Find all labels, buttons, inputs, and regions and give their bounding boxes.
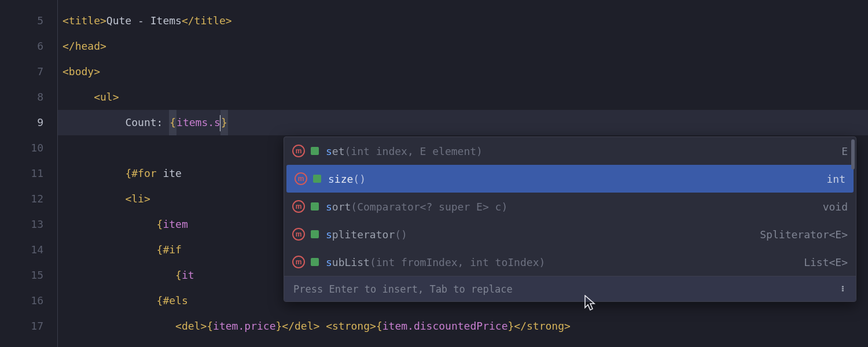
- lock-icon: [313, 175, 321, 183]
- completion-item[interactable]: m set(int index, E element) E: [284, 137, 856, 165]
- completion-item[interactable]: m spliterator() Spliterator<E>: [284, 220, 856, 248]
- line-number: 9: [0, 110, 43, 135]
- line-number: 14: [0, 237, 43, 263]
- line-number: 15: [0, 263, 43, 288]
- line-number: 5: [0, 8, 43, 34]
- line-number: 6: [0, 34, 43, 59]
- code-line[interactable]: <ul>: [58, 84, 868, 110]
- line-number: 7: [0, 59, 43, 84]
- scrollbar-thumb[interactable]: [851, 139, 855, 169]
- method-icon: m: [295, 172, 307, 185]
- line-number: 17: [0, 313, 43, 339]
- completion-return-type: List<E>: [804, 256, 848, 268]
- method-icon: m: [292, 256, 305, 268]
- completion-item[interactable]: m subList(int fromIndex, int toIndex) Li…: [284, 248, 856, 276]
- code-line[interactable]: <del>{item.price}</del> <strong>{item.di…: [58, 313, 868, 339]
- completion-footer: Press Enter to insert, Tab to replace ⋯: [284, 276, 856, 301]
- method-icon: m: [292, 145, 305, 157]
- line-number: 8: [0, 84, 43, 110]
- line-number: 16: [0, 288, 43, 313]
- completion-return-type: int: [826, 173, 845, 185]
- completion-hint: Press Enter to insert, Tab to replace: [293, 283, 513, 295]
- completion-return-type: Spliterator<E>: [760, 228, 848, 241]
- more-icon[interactable]: ⋯: [837, 285, 849, 292]
- completion-item[interactable]: m sort(Comparator<? super E> c) void: [284, 193, 856, 220]
- line-number: 11: [0, 161, 43, 186]
- code-editor[interactable]: 5 6 7 8 9 10 11 12 13 14 15 16 17 <title…: [0, 0, 868, 347]
- line-number-gutter: 5 6 7 8 9 10 11 12 13 14 15 16 17: [0, 0, 58, 347]
- lock-icon: [311, 147, 319, 155]
- lock-icon: [311, 258, 319, 266]
- code-line[interactable]: </head>: [58, 34, 868, 59]
- line-number: 10: [0, 135, 43, 161]
- method-icon: m: [292, 200, 305, 213]
- code-line-current[interactable]: Count: {items.s}: [58, 110, 868, 135]
- completion-item-selected[interactable]: m size() int: [286, 165, 854, 193]
- line-number: 13: [0, 212, 43, 237]
- line-number: 12: [0, 186, 43, 212]
- code-area[interactable]: <title>Qute - Items</title> </head> <bod…: [58, 0, 868, 347]
- method-icon: m: [292, 228, 305, 241]
- autocomplete-popup[interactable]: m set(int index, E element) E m size() i…: [284, 136, 856, 302]
- code-line[interactable]: <body>: [58, 59, 868, 84]
- code-line[interactable]: <title>Qute - Items</title>: [58, 8, 868, 34]
- lock-icon: [311, 230, 319, 238]
- completion-return-type: E: [841, 145, 848, 157]
- lock-icon: [311, 202, 319, 211]
- completion-return-type: void: [823, 201, 848, 213]
